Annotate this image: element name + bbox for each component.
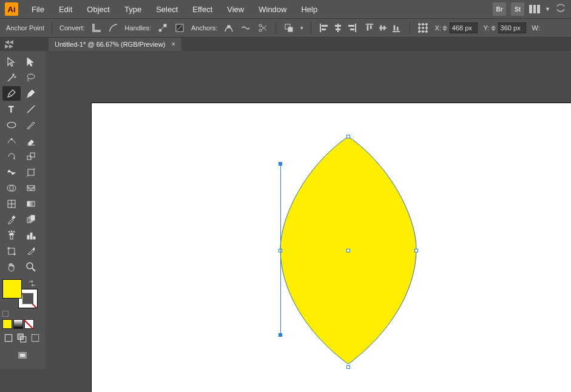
anchor-point[interactable] [346, 135, 350, 138]
zoom-tool[interactable] [22, 260, 40, 274]
document-tab[interactable]: Untitled-1* @ 66.67% (RGB/Preview) × [49, 38, 181, 51]
close-tab-icon[interactable]: × [171, 40, 175, 49]
x-label: X: [434, 24, 441, 32]
stock-button[interactable]: St [511, 2, 524, 16]
line-segment-tool[interactable] [22, 102, 40, 117]
align-vcenter-icon[interactable] [377, 22, 389, 33]
svg-rect-12 [320, 24, 321, 32]
width-tool[interactable] [2, 165, 21, 180]
arrange-documents-icon[interactable] [529, 4, 540, 15]
align-bottom-icon[interactable] [390, 22, 402, 33]
menu-effect[interactable]: Effect [186, 1, 218, 18]
hand-tool[interactable] [2, 260, 21, 274]
perspective-grid-tool[interactable] [22, 181, 40, 195]
draw-behind-icon[interactable] [16, 333, 28, 343]
x-spinner[interactable] [442, 22, 448, 33]
selection-tool[interactable] [2, 55, 21, 69]
direction-line[interactable] [280, 164, 281, 334]
svg-point-54 [12, 173, 14, 175]
anchor-point[interactable] [346, 365, 350, 369]
blend-tool[interactable] [22, 212, 40, 227]
document-tab-title: Untitled-1* @ 66.67% (RGB/Preview) [55, 41, 165, 48]
svg-rect-74 [27, 235, 29, 239]
artboard[interactable] [91, 103, 571, 392]
menu-object[interactable]: Object [81, 1, 116, 18]
control-bar: Anchor Point Convert: Handles: Anchors: … [0, 18, 571, 38]
gradient-tool[interactable] [22, 197, 40, 211]
fill-stroke-swatch[interactable] [2, 279, 38, 308]
align-hcenter-icon[interactable] [332, 22, 344, 33]
x-input[interactable] [450, 22, 478, 33]
show-handles-icon[interactable] [157, 22, 168, 33]
pen-tool[interactable] [2, 86, 21, 101]
eraser-tool[interactable] [22, 133, 40, 148]
path-shape[interactable] [277, 133, 428, 370]
convert-smooth-icon[interactable] [108, 22, 119, 33]
sync-settings-icon[interactable] [555, 3, 566, 16]
shape-builder-tool[interactable] [2, 181, 21, 195]
menu-window[interactable]: Window [252, 1, 292, 18]
menu-type[interactable]: Type [118, 1, 147, 18]
chevron-down-icon[interactable]: ▼ [545, 6, 550, 12]
convert-corner-icon[interactable] [91, 22, 102, 33]
y-spinner[interactable] [491, 22, 497, 33]
paintbrush-tool[interactable] [22, 118, 40, 132]
magic-wand-tool[interactable] [2, 70, 21, 85]
direct-selection-tool[interactable] [22, 55, 40, 69]
svg-rect-77 [8, 248, 15, 254]
scale-tool[interactable] [22, 149, 40, 164]
cut-path-icon[interactable] [257, 22, 268, 33]
rectangle-tool[interactable] [2, 118, 21, 132]
panel-collapse-icon[interactable]: ◀◀▶▶ [5, 40, 12, 49]
svg-rect-75 [30, 233, 32, 239]
align-top-icon[interactable] [363, 22, 376, 33]
direction-handle[interactable] [279, 333, 282, 337]
menu-help[interactable]: Help [295, 1, 323, 18]
mesh-tool[interactable] [2, 197, 21, 211]
artboard-tool[interactable] [2, 244, 21, 259]
svg-rect-2 [164, 24, 166, 27]
swap-fill-stroke-icon[interactable] [28, 279, 36, 288]
menu-view[interactable]: View [221, 1, 250, 18]
shaper-tool[interactable] [2, 133, 21, 148]
eyedropper-tool[interactable] [2, 212, 21, 227]
menu-file[interactable]: File [25, 1, 50, 18]
color-mode-none[interactable] [24, 319, 34, 329]
color-mode-solid[interactable] [2, 319, 12, 329]
isolate-icon[interactable] [283, 22, 294, 33]
svg-rect-65 [27, 201, 35, 206]
y-input[interactable] [498, 22, 526, 33]
align-left-icon[interactable] [319, 22, 331, 33]
canvas[interactable] [91, 103, 571, 392]
menu-edit[interactable]: Edit [53, 1, 78, 18]
align-right-icon[interactable] [345, 22, 357, 33]
svg-rect-5 [228, 25, 230, 28]
rotate-tool[interactable] [2, 149, 21, 164]
connect-anchor-icon[interactable] [240, 22, 251, 33]
direction-handle[interactable] [279, 162, 282, 166]
color-mode-gradient[interactable] [13, 319, 23, 329]
lasso-tool[interactable] [22, 70, 40, 85]
bridge-button[interactable]: Br [493, 2, 506, 16]
type-tool[interactable]: T [2, 102, 21, 117]
default-fill-stroke-icon[interactable] [2, 311, 8, 317]
anchor-point[interactable] [414, 249, 418, 252]
menu-select[interactable]: Select [150, 1, 184, 18]
draw-normal-icon[interactable] [2, 333, 15, 343]
svg-line-9 [262, 25, 266, 30]
column-graph-tool[interactable] [22, 228, 40, 243]
slice-tool[interactable] [22, 244, 40, 259]
fill-swatch[interactable] [2, 279, 22, 299]
reference-point-icon[interactable] [417, 22, 428, 33]
curvature-tool[interactable] [22, 86, 40, 101]
svg-point-82 [27, 263, 33, 269]
document-tab-strip: ◀◀▶▶ Untitled-1* @ 66.67% (RGB/Preview) … [0, 38, 571, 51]
free-transform-tool[interactable] [22, 165, 40, 180]
draw-inside-icon[interactable] [29, 333, 41, 343]
hide-handles-icon[interactable] [174, 22, 185, 33]
chevron-down-icon[interactable]: ▾ [300, 25, 303, 31]
center-point[interactable] [346, 249, 350, 252]
symbol-sprayer-tool[interactable] [2, 228, 21, 243]
screen-mode-icon[interactable] [13, 348, 32, 363]
remove-anchor-icon[interactable] [223, 22, 234, 33]
